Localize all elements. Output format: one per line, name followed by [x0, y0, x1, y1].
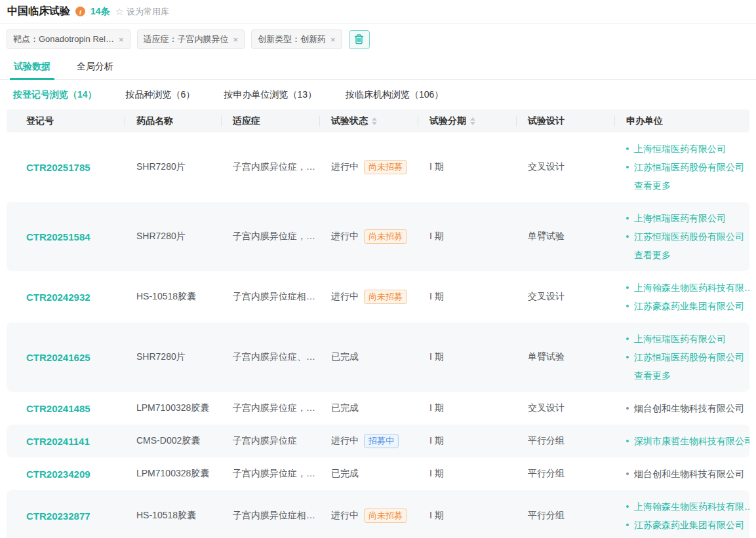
subtab[interactable]: 按临床机构浏览（106） — [346, 89, 443, 101]
column-header-label: 试验设计 — [528, 115, 565, 127]
status-badge: 尚未招募 — [364, 509, 407, 523]
sponsor-name[interactable]: 江苏恒瑞医药股份有限公司 — [634, 348, 744, 366]
trial-status: 进行中 尚未招募 — [319, 290, 418, 304]
status-text: 已完成 — [331, 468, 359, 480]
browse-subtabs: 按登记号浏览（14）按品种浏览（6）按申办单位浏览（13）按临床机构浏览（106… — [0, 80, 756, 109]
sponsor-item: 上海恒瑞医药有限公司 — [626, 330, 749, 348]
sponsor-item: 上海翰森生物医药科技有限… — [626, 497, 749, 516]
trial-status: 进行中 尚未招募 — [319, 229, 418, 244]
sort-icon[interactable] — [470, 117, 475, 125]
bullet-icon — [626, 166, 629, 168]
sponsor-list: 上海恒瑞医药有限公司 江苏恒瑞医药股份有限公司 查看更多 — [614, 132, 749, 202]
indication: 子宫内膜异位症，… — [221, 231, 319, 242]
view-more-link[interactable]: 查看更多 — [626, 370, 671, 381]
column-header-label: 登记号 — [26, 115, 54, 127]
sponsor-name[interactable]: 江苏恒瑞医药股份有限公司 — [634, 227, 744, 246]
registration-number-link[interactable]: CTR20234209 — [14, 469, 125, 480]
tab[interactable]: 试验数据 — [12, 55, 52, 79]
sponsor-name[interactable]: 江苏恒瑞医药股份有限公司 — [634, 158, 744, 176]
table-row: CTR20251785 SHR7280片 子宫内膜异位症，… 进行中 尚未招募 … — [7, 132, 749, 202]
registration-number-link[interactable]: CTR20241141 — [14, 436, 125, 447]
view-more-link[interactable]: 查看更多 — [626, 250, 671, 260]
table-header: 登记号 药品名称 适应症 试验状态 试验分期 试验设计 — [7, 109, 749, 132]
trial-phase: I 期 — [418, 291, 516, 303]
sponsor-name[interactable]: 上海恒瑞医药有限公司 — [634, 330, 726, 348]
filter-chip-label: 适应症：子宫内膜异位 — [144, 33, 229, 45]
drug-name: SHR7280片 — [125, 161, 221, 173]
info-icon[interactable]: i — [75, 7, 85, 16]
sponsor-list: 深圳市康哲生物科技有限公司 — [614, 425, 749, 457]
registration-number-link[interactable]: CTR20241625 — [14, 352, 125, 363]
sponsor-name[interactable]: 烟台创和生物科技有限公司 — [634, 399, 744, 417]
column-header-label: 申办单位 — [626, 115, 663, 127]
subtab[interactable]: 按申办单位浏览（13） — [224, 89, 317, 101]
table-row: CTR20242932 HS-10518胶囊 子宫内膜异位症相… 进行中 尚未招… — [7, 271, 749, 322]
sort-up-icon — [470, 117, 475, 121]
sponsor-list: 烟台创和生物科技有限公司 — [614, 457, 749, 490]
drug-name: HS-10518胶囊 — [125, 291, 221, 303]
status-text: 已完成 — [331, 402, 359, 414]
trial-design: 交叉设计 — [516, 161, 614, 173]
status-text: 已完成 — [331, 351, 359, 363]
sponsor-list: 上海恒瑞医药有限公司 江苏恒瑞医药股份有限公司 查看更多 — [614, 322, 749, 392]
trial-phase: I 期 — [418, 231, 516, 242]
chip-close-icon[interactable]: × — [119, 35, 124, 44]
bullet-icon — [626, 337, 629, 340]
sort-down-icon — [470, 122, 475, 125]
registration-number-link[interactable]: CTR20251785 — [14, 162, 125, 173]
trial-design: 平行分组 — [516, 468, 614, 480]
sponsor-name[interactable]: 深圳市康哲生物科技有限公司 — [634, 432, 749, 450]
sponsor-name[interactable]: 上海恒瑞医药有限公司 — [634, 209, 726, 227]
set-favorite-button[interactable]: ☆ 设为常用库 — [115, 6, 169, 18]
chip-close-icon[interactable]: × — [233, 35, 239, 44]
sponsor-item: 江苏恒瑞医药股份有限公司 — [626, 227, 749, 246]
sponsor-name[interactable]: 烟台创和生物科技有限公司 — [634, 465, 744, 483]
view-more-link[interactable]: 查看更多 — [626, 180, 671, 191]
column-header-label: 适应症 — [233, 115, 260, 127]
chip-close-icon[interactable]: × — [330, 35, 336, 44]
table-row: CTR20241625 SHR7280片 子宫内膜异位症、… 已完成 I 期 单… — [7, 322, 749, 392]
subtab[interactable]: 按品种浏览（6） — [126, 89, 195, 101]
bullet-icon — [626, 147, 629, 150]
indication: 子宫内膜异位症 — [221, 435, 319, 447]
star-icon: ☆ — [115, 7, 124, 16]
status-badge: 尚未招募 — [364, 160, 407, 174]
sponsor-list: 上海翰森生物医药科技有限… 江苏豪森药业集团有限公司 — [614, 271, 749, 322]
bullet-icon — [626, 440, 629, 442]
sponsor-name[interactable]: 上海翰森生物医药科技有限… — [634, 279, 749, 297]
sponsor-name[interactable]: 上海翰森生物医药科技有限… — [634, 497, 749, 516]
main-tabs: 试验数据全局分析 — [0, 55, 756, 80]
drug-name: LPM7100328胶囊 — [125, 402, 221, 414]
drug-name: SHR7280片 — [125, 351, 221, 363]
sort-icon[interactable] — [372, 117, 377, 125]
status-badge: 尚未招募 — [364, 290, 407, 304]
trial-phase: I 期 — [418, 435, 516, 447]
tab[interactable]: 全局分析 — [75, 55, 115, 79]
bullet-icon — [626, 356, 629, 358]
favorite-label: 设为常用库 — [127, 6, 169, 18]
subtab[interactable]: 按登记号浏览（14） — [13, 89, 97, 101]
bullet-icon — [626, 305, 629, 307]
trial-design: 平行分组 — [516, 435, 614, 447]
trial-phase: I 期 — [418, 468, 516, 480]
sponsor-name[interactable]: 上海恒瑞医药有限公司 — [634, 140, 726, 158]
registration-number-link[interactable]: CTR20251584 — [14, 231, 125, 242]
trial-status: 进行中 尚未招募 — [319, 160, 418, 174]
sponsor-item: 江苏恒瑞医药股份有限公司 — [626, 158, 749, 176]
sponsor-name[interactable]: 江苏豪森药业集团有限公司 — [634, 297, 744, 315]
clear-filters-button[interactable] — [349, 30, 370, 49]
status-badge: 尚未招募 — [364, 229, 407, 244]
filter-chip-label: 靶点：Gonadotropin Rel… — [13, 33, 114, 45]
registration-number-link[interactable]: CTR20241485 — [14, 403, 125, 414]
registration-number-link[interactable]: CTR20242932 — [14, 292, 125, 303]
bullet-icon — [626, 235, 629, 238]
indication: 子宫内膜异位症、… — [221, 351, 319, 363]
trial-phase: I 期 — [418, 161, 516, 173]
registration-number-link[interactable]: CTR20232877 — [14, 510, 125, 522]
sponsor-item: 深圳市康哲生物科技有限公司 — [626, 432, 749, 450]
title-bar: 中国临床试验 i 14条 ☆ 设为常用库 — [0, 0, 756, 24]
drug-name: HS-10518胶囊 — [125, 510, 221, 522]
bullet-icon — [626, 407, 629, 410]
sponsor-name[interactable]: 江苏豪森药业集团有限公司 — [634, 516, 744, 534]
indication: 子宫内膜异位症相… — [221, 510, 319, 522]
